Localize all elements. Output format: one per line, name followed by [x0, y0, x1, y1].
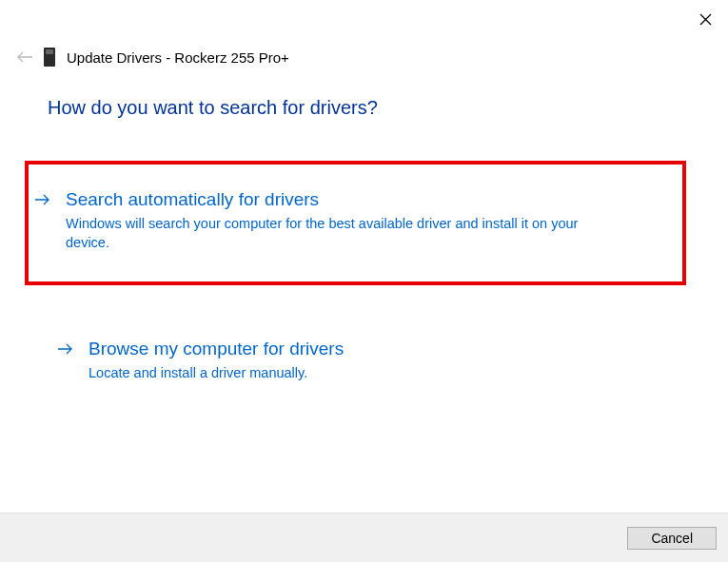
- dialog-content: How do you want to search for drivers? S…: [0, 67, 728, 513]
- option-title: Search automatically for drivers: [66, 189, 599, 210]
- close-button[interactable]: [696, 10, 715, 29]
- close-icon: [699, 13, 712, 26]
- option-description: Windows will search your computer for th…: [66, 214, 599, 253]
- option-text: Browse my computer for drivers Locate an…: [89, 339, 344, 382]
- option-search-automatically[interactable]: Search automatically for drivers Windows…: [25, 161, 686, 285]
- dialog-title: Update Drivers - Rockerz 255 Pro+: [67, 49, 289, 66]
- arrow-left-icon: [17, 51, 32, 63]
- device-icon: [44, 48, 55, 67]
- back-button: [17, 51, 32, 63]
- update-drivers-dialog: Update Drivers - Rockerz 255 Pro+ How do…: [0, 0, 728, 562]
- arrow-right-icon: [34, 193, 50, 210]
- question-heading: How do you want to search for drivers?: [48, 97, 680, 119]
- dialog-footer: Cancel: [0, 513, 728, 562]
- options-list: Search automatically for drivers Windows…: [48, 161, 680, 397]
- option-browse-computer[interactable]: Browse my computer for drivers Locate an…: [48, 323, 680, 397]
- dialog-header: Update Drivers - Rockerz 255 Pro+: [0, 0, 728, 67]
- option-description: Locate and install a driver manually.: [89, 363, 344, 382]
- cancel-button[interactable]: Cancel: [627, 527, 717, 550]
- arrow-right-icon: [57, 342, 73, 359]
- option-text: Search automatically for drivers Windows…: [66, 189, 599, 253]
- option-title: Browse my computer for drivers: [89, 339, 344, 359]
